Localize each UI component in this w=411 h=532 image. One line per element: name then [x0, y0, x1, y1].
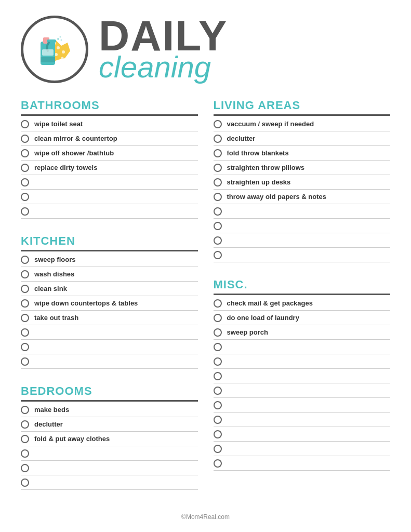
checkbox-circle[interactable] [214, 222, 222, 230]
section-bedrooms: BEDROOMS make beds declutter fold & put … [21, 384, 198, 490]
item-text: do one load of laundry [227, 314, 299, 322]
logo-illustration [26, 21, 83, 78]
checkbox-circle[interactable] [214, 445, 222, 453]
checkbox-circle[interactable] [214, 328, 222, 337]
checkbox-circle[interactable] [21, 256, 29, 264]
svg-point-1 [62, 50, 65, 54]
item-text: sweep floors [34, 256, 75, 263]
svg-point-3 [61, 57, 64, 60]
checkbox-circle[interactable] [21, 164, 29, 172]
checkbox-circle[interactable] [21, 343, 29, 351]
checkbox-circle[interactable] [214, 207, 222, 216]
item-text: clean mirror & countertop [34, 135, 117, 142]
item-text: check mail & get packages [227, 299, 313, 307]
checkbox-circle[interactable] [214, 178, 222, 187]
checkbox-circle[interactable] [21, 120, 29, 128]
checkbox-circle[interactable] [21, 328, 29, 337]
list-item: fold & put away clothes [21, 432, 198, 446]
checkbox-circle[interactable] [21, 207, 29, 216]
checkbox-circle[interactable] [214, 251, 222, 259]
checkbox-circle[interactable] [214, 120, 222, 128]
item-text: fold & put away clothes [34, 435, 110, 443]
list-item: straighten throw pillows [214, 161, 391, 175]
title-block: DAILY cleaning [99, 17, 228, 83]
logo-circle [21, 16, 88, 83]
checkbox-circle[interactable] [214, 236, 222, 245]
section-bathrooms: BATHROOMS wipe toilet seat clean mirror … [21, 99, 198, 219]
svg-point-10 [60, 36, 61, 38]
checkbox-circle[interactable] [21, 135, 29, 143]
item-text: wipe toilet seat [34, 120, 83, 128]
checkbox-circle[interactable] [21, 357, 29, 366]
checkbox-circle[interactable] [21, 270, 29, 278]
checkbox-circle[interactable] [21, 178, 29, 187]
svg-point-9 [57, 38, 59, 40]
svg-rect-7 [42, 49, 54, 56]
item-text: replace dirty towels [34, 164, 97, 171]
list-item [214, 456, 391, 471]
checkbox-circle[interactable] [214, 401, 222, 409]
item-text: vaccuum / sweep if needed [227, 120, 314, 128]
item-text: wash dishes [34, 270, 74, 278]
checkbox-circle[interactable] [214, 299, 222, 308]
list-item: sweep porch [214, 325, 391, 340]
checkbox-circle[interactable] [214, 416, 222, 424]
list-item [21, 446, 198, 461]
checkbox-circle[interactable] [214, 459, 222, 468]
checkbox-circle[interactable] [214, 193, 222, 201]
header: DAILY cleaning [21, 16, 390, 83]
svg-rect-8 [41, 57, 55, 62]
checkbox-circle[interactable] [214, 135, 222, 143]
checkbox-circle[interactable] [214, 164, 222, 172]
checkbox-circle[interactable] [214, 149, 222, 157]
checkbox-circle[interactable] [214, 343, 222, 351]
checkbox-circle[interactable] [21, 149, 29, 157]
item-text: straighten up desks [227, 178, 291, 186]
checkbox-circle[interactable] [214, 430, 222, 438]
list-item: wipe down countertops & tables [21, 296, 198, 311]
misc-title: MISC. [214, 278, 391, 295]
checkbox-circle[interactable] [21, 478, 29, 487]
kitchen-title: KITCHEN [21, 234, 198, 251]
list-item: check mail & get packages [214, 296, 391, 311]
checkbox-circle[interactable] [21, 299, 29, 308]
list-item [21, 340, 198, 354]
list-item: make beds [21, 403, 198, 417]
checkbox-circle[interactable] [21, 314, 29, 322]
svg-point-11 [61, 39, 62, 41]
bedrooms-title: BEDROOMS [21, 384, 198, 402]
list-item: straighten up desks [214, 175, 391, 190]
checkbox-circle[interactable] [21, 420, 29, 429]
columns-container: BATHROOMS wipe toilet seat clean mirror … [21, 99, 390, 506]
checkbox-circle[interactable] [21, 406, 29, 414]
list-item [214, 204, 391, 219]
list-item: take out trash [21, 311, 198, 325]
list-item: replace dirty towels [21, 161, 198, 175]
list-item [21, 190, 198, 204]
list-item [21, 204, 198, 219]
list-item [21, 461, 198, 475]
item-text: take out trash [34, 314, 78, 322]
list-item [21, 475, 198, 490]
checkbox-circle[interactable] [21, 435, 29, 443]
checkbox-circle[interactable] [214, 314, 222, 322]
checkbox-circle[interactable] [214, 372, 222, 380]
checkbox-circle[interactable] [21, 464, 29, 472]
checkbox-circle[interactable] [21, 285, 29, 293]
item-text: make beds [34, 406, 69, 414]
item-text: fold throw blankets [227, 149, 289, 157]
list-item [214, 248, 391, 262]
list-item: do one load of laundry [214, 311, 391, 325]
checkbox-circle[interactable] [21, 449, 29, 458]
col-right: LIVING AREAS vaccuum / sweep if needed d… [214, 99, 391, 506]
section-kitchen: KITCHEN sweep floors wash dishes clean s… [21, 234, 198, 369]
checkbox-circle[interactable] [214, 357, 222, 366]
checkbox-circle[interactable] [21, 193, 29, 201]
checkbox-circle[interactable] [214, 387, 222, 395]
list-item [21, 325, 198, 340]
footer: ©Mom4Real.com [21, 511, 390, 521]
item-text: sweep porch [227, 328, 268, 336]
footer-text: ©Mom4Real.com [181, 513, 230, 521]
list-item [214, 340, 391, 354]
list-item [214, 413, 391, 427]
